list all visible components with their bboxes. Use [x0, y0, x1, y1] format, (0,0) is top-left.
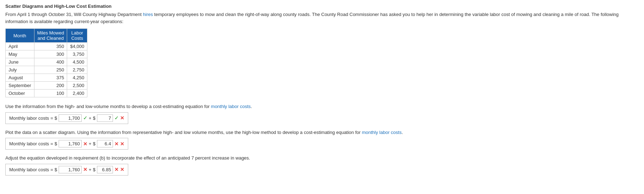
- section-c-value2[interactable]: [97, 166, 113, 173]
- section-b: Plot the data on a scatter diagram. Usin…: [5, 129, 639, 150]
- section-c-plus: +: [89, 167, 92, 172]
- cell-month: October: [6, 90, 34, 97]
- section-a-check2: ✓: [114, 115, 119, 121]
- table-row: May3003,750: [6, 50, 87, 58]
- intro-highlight1: hires: [143, 12, 153, 17]
- col-month: Month: [6, 29, 34, 43]
- section-c: Adjust the equation developed in require…: [5, 155, 639, 176]
- section-a-plus: +: [89, 115, 92, 121]
- cell-miles: 350: [34, 43, 67, 50]
- col-costs: LaborCosts: [67, 29, 87, 43]
- section-b-label: Monthly labor costs: [9, 141, 49, 146]
- section-b-equals: =: [50, 141, 53, 146]
- col-miles: Miles Mowedand Cleaned: [34, 29, 67, 43]
- section-c-text: Adjust the equation developed in require…: [5, 155, 639, 162]
- section-b-value2[interactable]: [97, 140, 113, 147]
- section-a-label: Monthly labor costs: [9, 115, 49, 121]
- cell-cost: 2,400: [67, 90, 87, 97]
- section-a-dollar2: $: [93, 115, 95, 121]
- section-c-value1[interactable]: [59, 166, 82, 173]
- table-row: July2502,750: [6, 66, 87, 74]
- table-row: September2002,500: [6, 82, 87, 90]
- intro-paragraph: From April 1 through October 31, Will Co…: [5, 11, 639, 25]
- section-c-dollar2: $: [93, 167, 95, 172]
- table-row: April350$4,000: [6, 43, 87, 50]
- section-b-cross2: ✕: [114, 141, 119, 147]
- section-a-equals: =: [50, 115, 53, 121]
- section-a-value2[interactable]: [97, 114, 113, 122]
- section-a: Use the information from the high- and l…: [5, 103, 639, 124]
- section-b-cross1: ✕: [83, 141, 87, 147]
- section-c-cross1: ✕: [83, 167, 87, 172]
- cell-miles: 100: [34, 90, 67, 97]
- section-b-dollar1: $: [55, 141, 57, 146]
- cell-cost: $4,000: [67, 43, 87, 50]
- section-b-dollar2: $: [93, 141, 95, 146]
- section-c-label: Monthly labor costs: [9, 167, 49, 172]
- section-c-dollar1: $: [55, 167, 57, 172]
- data-table: Month Miles Mowedand Cleaned LaborCosts …: [5, 28, 87, 97]
- cell-miles: 375: [34, 74, 67, 82]
- section-a-dollar1: $: [55, 115, 57, 121]
- section-b-value1[interactable]: [59, 140, 82, 147]
- cell-miles: 300: [34, 50, 67, 58]
- cell-cost: 2,750: [67, 66, 87, 74]
- section-c-cross2: ✕: [114, 167, 119, 172]
- cell-cost: 4,500: [67, 58, 87, 66]
- cell-month: July: [6, 66, 34, 74]
- cell-month: May: [6, 50, 34, 58]
- cell-miles: 200: [34, 82, 67, 90]
- intro-text1: From April 1 through October 31, Will Co…: [5, 12, 143, 17]
- cell-cost: 3,750: [67, 50, 87, 58]
- table-row: October1002,400: [6, 90, 87, 97]
- section-c-cross3: ✕: [120, 167, 124, 172]
- section-b-plus: +: [89, 141, 92, 146]
- section-b-text: Plot the data on a scatter diagram. Usin…: [5, 129, 639, 136]
- section-a-check1: ✓: [83, 115, 87, 121]
- cell-month: April: [6, 43, 34, 50]
- cell-miles: 400: [34, 58, 67, 66]
- table-row: August3754,250: [6, 74, 87, 82]
- cell-month: September: [6, 82, 34, 90]
- cell-month: August: [6, 74, 34, 82]
- section-a-text: Use the information from the high- and l…: [5, 103, 639, 110]
- cell-miles: 250: [34, 66, 67, 74]
- page-title: Scatter Diagrams and High-Low Cost Estim…: [5, 4, 639, 9]
- section-a-value1[interactable]: [59, 114, 82, 122]
- cell-month: June: [6, 58, 34, 66]
- section-c-equals: =: [50, 167, 53, 172]
- cell-cost: 4,250: [67, 74, 87, 82]
- section-a-cross: ✕: [120, 115, 124, 121]
- section-b-cross3: ✕: [120, 141, 124, 147]
- cell-cost: 2,500: [67, 82, 87, 90]
- table-row: June4004,500: [6, 58, 87, 66]
